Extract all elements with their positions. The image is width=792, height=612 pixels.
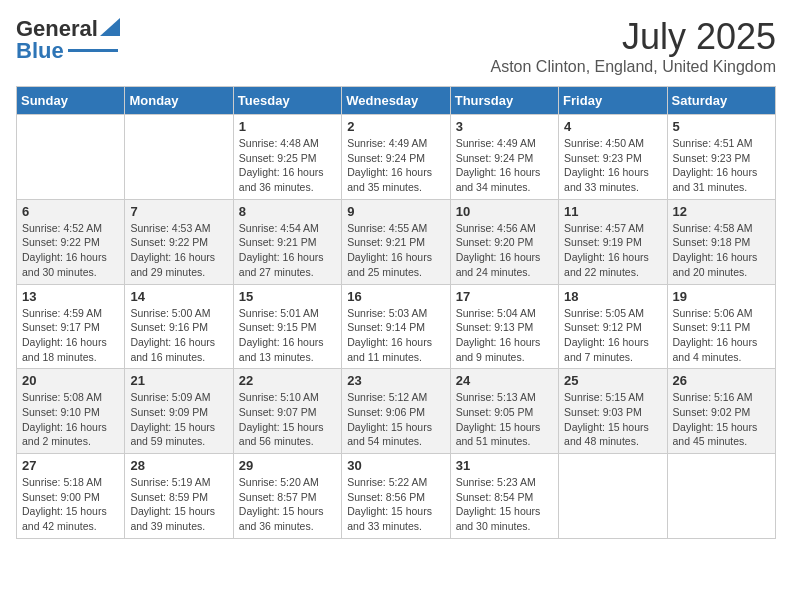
day-info: Sunrise: 5:19 AMSunset: 8:59 PMDaylight:… [130, 475, 227, 534]
calendar-cell: 1 Sunrise: 4:48 AMSunset: 9:25 PMDayligh… [233, 115, 341, 200]
calendar-week-5: 27 Sunrise: 5:18 AMSunset: 9:00 PMDaylig… [17, 454, 776, 539]
calendar-cell: 8 Sunrise: 4:54 AMSunset: 9:21 PMDayligh… [233, 199, 341, 284]
day-info: Sunrise: 5:16 AMSunset: 9:02 PMDaylight:… [673, 390, 770, 449]
calendar-cell: 17 Sunrise: 5:04 AMSunset: 9:13 PMDaylig… [450, 284, 558, 369]
day-number: 26 [673, 373, 770, 388]
day-info: Sunrise: 5:12 AMSunset: 9:06 PMDaylight:… [347, 390, 444, 449]
day-number: 22 [239, 373, 336, 388]
day-number: 13 [22, 289, 119, 304]
day-number: 18 [564, 289, 661, 304]
day-number: 14 [130, 289, 227, 304]
calendar-cell: 24 Sunrise: 5:13 AMSunset: 9:05 PMDaylig… [450, 369, 558, 454]
day-info: Sunrise: 5:00 AMSunset: 9:16 PMDaylight:… [130, 306, 227, 365]
logo-underline [68, 49, 118, 52]
calendar-header-row: Sunday Monday Tuesday Wednesday Thursday… [17, 87, 776, 115]
calendar-week-2: 6 Sunrise: 4:52 AMSunset: 9:22 PMDayligh… [17, 199, 776, 284]
calendar-week-4: 20 Sunrise: 5:08 AMSunset: 9:10 PMDaylig… [17, 369, 776, 454]
day-info: Sunrise: 5:03 AMSunset: 9:14 PMDaylight:… [347, 306, 444, 365]
calendar-cell: 11 Sunrise: 4:57 AMSunset: 9:19 PMDaylig… [559, 199, 667, 284]
calendar-cell: 30 Sunrise: 5:22 AMSunset: 8:56 PMDaylig… [342, 454, 450, 539]
day-info: Sunrise: 5:20 AMSunset: 8:57 PMDaylight:… [239, 475, 336, 534]
day-number: 27 [22, 458, 119, 473]
day-info: Sunrise: 4:54 AMSunset: 9:21 PMDaylight:… [239, 221, 336, 280]
page-title: July 2025 [490, 16, 776, 58]
day-number: 10 [456, 204, 553, 219]
col-friday: Friday [559, 87, 667, 115]
calendar-week-3: 13 Sunrise: 4:59 AMSunset: 9:17 PMDaylig… [17, 284, 776, 369]
col-monday: Monday [125, 87, 233, 115]
day-number: 23 [347, 373, 444, 388]
calendar-cell: 19 Sunrise: 5:06 AMSunset: 9:11 PMDaylig… [667, 284, 775, 369]
calendar-cell: 12 Sunrise: 4:58 AMSunset: 9:18 PMDaylig… [667, 199, 775, 284]
calendar-week-1: 1 Sunrise: 4:48 AMSunset: 9:25 PMDayligh… [17, 115, 776, 200]
day-info: Sunrise: 5:09 AMSunset: 9:09 PMDaylight:… [130, 390, 227, 449]
day-number: 5 [673, 119, 770, 134]
calendar-cell: 28 Sunrise: 5:19 AMSunset: 8:59 PMDaylig… [125, 454, 233, 539]
title-area: July 2025 Aston Clinton, England, United… [490, 16, 776, 76]
calendar-cell: 9 Sunrise: 4:55 AMSunset: 9:21 PMDayligh… [342, 199, 450, 284]
col-saturday: Saturday [667, 87, 775, 115]
day-info: Sunrise: 5:04 AMSunset: 9:13 PMDaylight:… [456, 306, 553, 365]
day-number: 1 [239, 119, 336, 134]
day-number: 9 [347, 204, 444, 219]
calendar-cell: 31 Sunrise: 5:23 AMSunset: 8:54 PMDaylig… [450, 454, 558, 539]
day-info: Sunrise: 4:50 AMSunset: 9:23 PMDaylight:… [564, 136, 661, 195]
day-number: 30 [347, 458, 444, 473]
day-info: Sunrise: 5:18 AMSunset: 9:00 PMDaylight:… [22, 475, 119, 534]
calendar-cell: 3 Sunrise: 4:49 AMSunset: 9:24 PMDayligh… [450, 115, 558, 200]
calendar-cell: 2 Sunrise: 4:49 AMSunset: 9:24 PMDayligh… [342, 115, 450, 200]
day-info: Sunrise: 4:53 AMSunset: 9:22 PMDaylight:… [130, 221, 227, 280]
day-info: Sunrise: 4:56 AMSunset: 9:20 PMDaylight:… [456, 221, 553, 280]
day-info: Sunrise: 4:55 AMSunset: 9:21 PMDaylight:… [347, 221, 444, 280]
day-number: 3 [456, 119, 553, 134]
day-info: Sunrise: 5:15 AMSunset: 9:03 PMDaylight:… [564, 390, 661, 449]
day-number: 19 [673, 289, 770, 304]
calendar-cell: 4 Sunrise: 4:50 AMSunset: 9:23 PMDayligh… [559, 115, 667, 200]
day-number: 16 [347, 289, 444, 304]
calendar-cell [559, 454, 667, 539]
calendar-cell: 22 Sunrise: 5:10 AMSunset: 9:07 PMDaylig… [233, 369, 341, 454]
day-number: 17 [456, 289, 553, 304]
day-info: Sunrise: 4:59 AMSunset: 9:17 PMDaylight:… [22, 306, 119, 365]
col-sunday: Sunday [17, 87, 125, 115]
calendar-cell: 13 Sunrise: 4:59 AMSunset: 9:17 PMDaylig… [17, 284, 125, 369]
col-tuesday: Tuesday [233, 87, 341, 115]
day-info: Sunrise: 4:57 AMSunset: 9:19 PMDaylight:… [564, 221, 661, 280]
day-number: 15 [239, 289, 336, 304]
day-number: 20 [22, 373, 119, 388]
col-wednesday: Wednesday [342, 87, 450, 115]
day-info: Sunrise: 4:51 AMSunset: 9:23 PMDaylight:… [673, 136, 770, 195]
logo: General Blue [16, 16, 120, 64]
calendar-cell [17, 115, 125, 200]
calendar-cell: 23 Sunrise: 5:12 AMSunset: 9:06 PMDaylig… [342, 369, 450, 454]
calendar-cell: 27 Sunrise: 5:18 AMSunset: 9:00 PMDaylig… [17, 454, 125, 539]
calendar-cell: 5 Sunrise: 4:51 AMSunset: 9:23 PMDayligh… [667, 115, 775, 200]
day-info: Sunrise: 5:01 AMSunset: 9:15 PMDaylight:… [239, 306, 336, 365]
day-info: Sunrise: 5:05 AMSunset: 9:12 PMDaylight:… [564, 306, 661, 365]
day-number: 6 [22, 204, 119, 219]
calendar-cell: 20 Sunrise: 5:08 AMSunset: 9:10 PMDaylig… [17, 369, 125, 454]
calendar-cell: 15 Sunrise: 5:01 AMSunset: 9:15 PMDaylig… [233, 284, 341, 369]
calendar-cell: 29 Sunrise: 5:20 AMSunset: 8:57 PMDaylig… [233, 454, 341, 539]
day-number: 12 [673, 204, 770, 219]
svg-marker-0 [100, 18, 120, 36]
day-info: Sunrise: 5:08 AMSunset: 9:10 PMDaylight:… [22, 390, 119, 449]
day-info: Sunrise: 5:13 AMSunset: 9:05 PMDaylight:… [456, 390, 553, 449]
day-number: 7 [130, 204, 227, 219]
logo-triangle-icon [100, 18, 120, 36]
logo-blue: Blue [16, 38, 64, 64]
day-number: 21 [130, 373, 227, 388]
calendar-cell: 6 Sunrise: 4:52 AMSunset: 9:22 PMDayligh… [17, 199, 125, 284]
calendar-cell: 18 Sunrise: 5:05 AMSunset: 9:12 PMDaylig… [559, 284, 667, 369]
day-number: 24 [456, 373, 553, 388]
day-number: 31 [456, 458, 553, 473]
day-info: Sunrise: 4:48 AMSunset: 9:25 PMDaylight:… [239, 136, 336, 195]
day-info: Sunrise: 5:10 AMSunset: 9:07 PMDaylight:… [239, 390, 336, 449]
calendar-cell [125, 115, 233, 200]
calendar-cell: 21 Sunrise: 5:09 AMSunset: 9:09 PMDaylig… [125, 369, 233, 454]
calendar-cell: 25 Sunrise: 5:15 AMSunset: 9:03 PMDaylig… [559, 369, 667, 454]
day-number: 4 [564, 119, 661, 134]
calendar-cell: 14 Sunrise: 5:00 AMSunset: 9:16 PMDaylig… [125, 284, 233, 369]
day-info: Sunrise: 4:52 AMSunset: 9:22 PMDaylight:… [22, 221, 119, 280]
day-number: 25 [564, 373, 661, 388]
